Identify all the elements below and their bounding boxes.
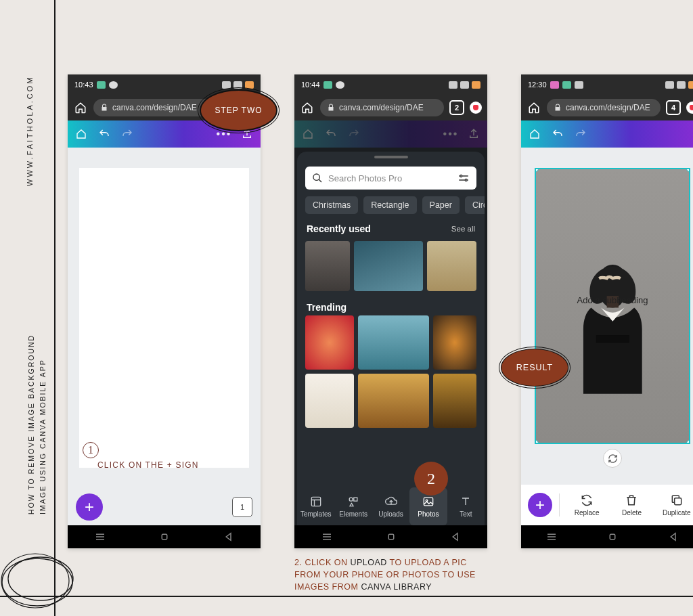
tab-uploads[interactable]: Uploads <box>372 487 409 525</box>
url-bar[interactable]: canva.com/design/DAE <box>320 99 444 116</box>
search-input[interactable]: Search Photos Pro <box>305 167 476 190</box>
pages-button[interactable]: 1 <box>232 497 252 517</box>
photo-thumbnail[interactable] <box>358 374 428 428</box>
browser-home-button[interactable] <box>527 100 541 115</box>
url-bar[interactable]: canva.com/design/DAE <box>547 99 661 116</box>
status-icon <box>575 81 583 89</box>
separator <box>559 493 560 516</box>
resize-handle[interactable] <box>606 168 619 169</box>
duplicate-action[interactable]: Duplicate <box>656 493 693 516</box>
chip-paper[interactable]: Paper <box>422 196 460 214</box>
android-nav-bar <box>68 525 261 548</box>
nav-home-icon[interactable] <box>385 531 397 543</box>
url-text: canva.com/design/DAE <box>112 103 197 112</box>
search-icon <box>312 173 323 183</box>
nav-back-icon[interactable] <box>223 531 235 543</box>
svg-rect-7 <box>311 497 320 506</box>
resize-handle[interactable] <box>689 300 690 312</box>
lock-icon <box>327 104 335 112</box>
tab-elements[interactable]: Elements <box>334 487 372 525</box>
resize-handle[interactable] <box>686 440 690 444</box>
drag-handle[interactable] <box>374 156 408 158</box>
signal-icon <box>460 81 469 89</box>
extension-icon[interactable] <box>686 102 693 114</box>
subheading-text[interactable]: Add a subheading <box>536 295 689 305</box>
rotate-button[interactable] <box>603 449 622 468</box>
resize-handle[interactable] <box>686 168 690 172</box>
nav-home-icon[interactable] <box>606 531 619 543</box>
result-badge: RESULT <box>501 349 568 387</box>
canva-home-icon[interactable] <box>74 127 88 141</box>
url-text: canva.com/design/DAE <box>566 103 650 112</box>
browser-home-button[interactable] <box>73 100 88 115</box>
resize-handle[interactable] <box>535 168 539 172</box>
undo-icon[interactable] <box>551 127 564 141</box>
photo-thumbnail[interactable] <box>305 374 354 428</box>
uploads-icon <box>384 495 398 508</box>
photo-thumbnail[interactable] <box>305 241 350 291</box>
tab-text[interactable]: Text <box>447 487 485 525</box>
browser-home-button[interactable] <box>300 100 315 115</box>
chip-circle[interactable]: Circle <box>465 196 485 214</box>
photos-icon <box>422 495 435 508</box>
status-time: 10:44 <box>301 81 320 89</box>
nav-recent-icon[interactable] <box>545 531 558 543</box>
chip-rectangle[interactable]: Rectangle <box>363 196 416 214</box>
replace-action[interactable]: Replace <box>566 493 607 516</box>
tab-count-button[interactable]: 4 <box>666 100 681 115</box>
add-button[interactable]: + <box>528 493 552 517</box>
cloud-icon <box>109 81 118 89</box>
nav-recent-icon[interactable] <box>94 531 106 543</box>
canva-home-icon[interactable] <box>528 127 541 141</box>
photo-thumbnail[interactable] <box>427 241 476 291</box>
redo-icon <box>347 127 361 141</box>
panel-backdrop: Search Photos Pro Christmas Rectangle Pa… <box>294 148 487 525</box>
nav-back-icon[interactable] <box>449 531 462 543</box>
photo-thumbnail[interactable] <box>433 374 476 428</box>
svg-rect-17 <box>610 534 615 540</box>
step-two-badge: STEP TWO <box>200 89 277 131</box>
blank-canvas-page[interactable] <box>79 168 249 468</box>
nav-recent-icon[interactable] <box>321 531 333 543</box>
svg-point-5 <box>460 175 462 177</box>
lock-icon <box>554 104 562 112</box>
resize-handle[interactable] <box>535 300 536 312</box>
tutorial-title-line2: IMAGE USING CANVA MOBILE APP <box>37 311 49 514</box>
phone-screenshot-3: 12:30 canva.com/design/DAE 4 <box>521 74 693 548</box>
element-actions-row: + Replace Delete Duplicate <box>521 485 693 525</box>
photo-thumbnail[interactable] <box>354 241 423 291</box>
chip-christmas[interactable]: Christmas <box>305 196 358 214</box>
delete-action[interactable]: Delete <box>611 493 652 516</box>
trash-icon <box>625 493 638 507</box>
status-icon <box>97 81 106 89</box>
selected-image[interactable]: Add a subheading <box>535 168 690 444</box>
photo-thumbnail[interactable] <box>358 315 428 370</box>
canvas-area[interactable]: 1 CLICK ON THE + SIGN <box>68 148 261 488</box>
android-nav-bar <box>521 525 693 548</box>
canvas-area[interactable]: Add a subheading <box>521 148 693 485</box>
svg-point-4 <box>313 174 319 180</box>
photo-thumbnail[interactable] <box>433 315 476 370</box>
tutorial-title: HOW TO REMOVE IMAGE BACKGROUND IMAGE USI… <box>26 311 49 514</box>
redo-icon[interactable] <box>574 127 587 141</box>
tab-templates[interactable]: Templates <box>297 487 334 525</box>
svg-rect-3 <box>162 534 167 540</box>
svg-rect-9 <box>354 498 357 501</box>
site-url-label: WWW.FAITHOLA.COM <box>26 76 34 187</box>
undo-icon[interactable] <box>97 127 111 141</box>
photo-thumbnail[interactable] <box>305 315 354 370</box>
resize-handle[interactable] <box>535 440 539 444</box>
filter-icon[interactable] <box>457 172 470 184</box>
lock-icon <box>100 104 108 112</box>
nav-back-icon[interactable] <box>667 531 679 543</box>
tab-count-button[interactable]: 2 <box>449 100 464 115</box>
section-trending: Trending <box>307 302 346 313</box>
see-all-link[interactable]: See all <box>451 225 475 233</box>
nav-home-icon[interactable] <box>158 531 171 543</box>
extension-icon[interactable] <box>470 102 482 114</box>
suggestion-chips: Christmas Rectangle Paper Circle Arro <box>297 194 485 221</box>
decorative-vertical-line <box>54 0 55 616</box>
redo-icon[interactable] <box>120 127 134 141</box>
replace-icon <box>580 493 594 507</box>
add-button[interactable]: + <box>76 493 103 521</box>
